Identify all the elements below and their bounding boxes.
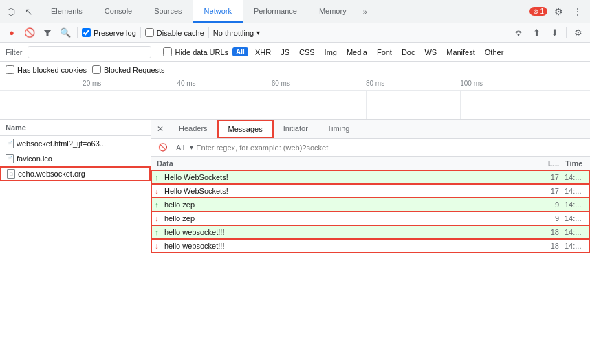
arrow-up-icon-0: ↑ <box>152 173 162 181</box>
has-blocked-cookies-checkbox[interactable] <box>6 65 14 74</box>
filter-doc[interactable]: Doc <box>399 47 418 58</box>
blocked-requests-checkbox[interactable] <box>92 65 101 74</box>
sub-tab-initiator[interactable]: Initiator <box>274 120 318 138</box>
timeline-grid-4 <box>366 91 367 119</box>
throttle-value: No throttling <box>213 29 254 37</box>
msg-row-5[interactable]: ↓ hello websocket!!! 18 14:... <box>151 239 590 253</box>
msg-len-4: 18 <box>540 228 562 236</box>
arrow-up-icon-4: ↑ <box>152 228 162 236</box>
msg-time-1: 14:... <box>562 187 589 195</box>
all-filter-badge[interactable]: All <box>232 47 248 56</box>
filter-label: Filter <box>6 48 22 56</box>
tab-console[interactable]: Console <box>94 0 143 23</box>
tab-network[interactable]: Network <box>193 0 243 23</box>
messages-panel: ✕ Headers Messages Initiator Timing 🚫 Al… <box>151 120 590 364</box>
disable-cache-checkbox[interactable] <box>145 28 154 37</box>
messages-table-header: Data L... Time <box>151 157 590 170</box>
separator-2 <box>140 27 141 38</box>
file-icon-websocket: 📄 <box>6 139 14 148</box>
msg-time-5: 14:... <box>562 242 589 250</box>
download-icon[interactable]: ⬇ <box>547 25 562 41</box>
msg-row-2[interactable]: ↑ hello zep 9 14:... <box>151 198 590 212</box>
blocked-requests-label[interactable]: Blocked Requests <box>92 65 165 74</box>
timeline-grid-1 <box>83 91 83 119</box>
record-button[interactable]: ● <box>4 25 19 41</box>
file-icon-favicon: 📄 <box>6 154 14 163</box>
msg-len-5: 18 <box>540 242 562 250</box>
disable-cache-label[interactable]: Disable cache <box>145 28 204 37</box>
sub-tab-headers[interactable]: Headers <box>169 120 217 138</box>
filter-button[interactable] <box>40 25 55 41</box>
file-icon-echo: □ <box>7 169 15 179</box>
stop-button[interactable]: 🚫 <box>22 25 37 41</box>
error-badge[interactable]: ⊗ 1 <box>529 7 547 16</box>
sub-tab-close[interactable]: ✕ <box>151 120 169 138</box>
tab-bar-right: ⊗ 1 ⚙ ⋮ <box>525 3 590 20</box>
hide-data-urls-checkbox[interactable] <box>163 47 172 56</box>
throttle-dropdown-icon[interactable]: ▾ <box>256 29 260 36</box>
file-item-favicon[interactable]: 📄 favicon.ico <box>0 151 151 166</box>
arrow-down-icon-5: ↓ <box>152 242 162 250</box>
msg-time-3: 14:... <box>562 214 589 223</box>
msg-data-4: hello websocket!!! <box>162 228 540 236</box>
svg-point-1 <box>518 34 519 35</box>
msg-row-3[interactable]: ↓ hello zep 9 14:... <box>151 212 590 225</box>
preserve-log-label[interactable]: Preserve log <box>82 28 136 37</box>
timeline-mark-60: 60 ms <box>272 80 290 87</box>
hide-data-urls-label[interactable]: Hide data URLs <box>163 47 228 56</box>
tab-memory[interactable]: Memory <box>308 0 358 23</box>
filter-font[interactable]: Font <box>374 47 395 58</box>
upload-icon[interactable]: ⬆ <box>529 25 544 41</box>
msg-filter-input[interactable] <box>196 144 586 152</box>
more-vert-icon[interactable]: ⋮ <box>569 3 586 20</box>
toolbar: ● 🚫 🔍 Preserve log Disable cache No thro… <box>0 23 590 43</box>
msg-data-2: hello zep <box>162 201 540 209</box>
settings-icon[interactable]: ⚙ <box>550 3 567 20</box>
devtools-icon[interactable]: ⬡ <box>3 3 19 20</box>
tab-elements[interactable]: Elements <box>40 0 94 23</box>
tab-more[interactable]: » <box>358 0 373 23</box>
msg-block-icon[interactable]: 🚫 <box>155 141 171 153</box>
preserve-log-checkbox[interactable] <box>82 28 91 37</box>
msg-row-0[interactable]: ↑ Hello WebSockets! 17 14:... <box>151 170 590 184</box>
timeline-grid-2 <box>177 91 177 119</box>
filter-js[interactable]: JS <box>278 47 292 58</box>
timeline-mark-100: 100 ms <box>460 80 483 87</box>
msg-data-0: Hello WebSockets! <box>162 173 540 181</box>
timeline: 20 ms 40 ms 60 ms 80 ms 100 ms <box>0 78 590 120</box>
file-item-echo[interactable]: □ echo.websocket.org <box>0 166 151 181</box>
has-blocked-cookies-label[interactable]: Has blocked cookies <box>6 65 87 74</box>
filter-xhr[interactable]: XHR <box>252 47 274 58</box>
timeline-grid-5 <box>460 91 461 119</box>
search-button[interactable]: 🔍 <box>58 25 73 41</box>
filter-img[interactable]: Img <box>322 47 340 58</box>
tab-sources[interactable]: Sources <box>143 0 193 23</box>
sub-tab-messages[interactable]: Messages <box>217 120 274 138</box>
msg-dropdown-icon[interactable]: ▾ <box>190 144 193 151</box>
filter-input[interactable] <box>28 46 151 58</box>
arrow-up-icon-2: ↑ <box>152 201 162 209</box>
network-settings-icon[interactable]: ⚙ <box>571 25 586 41</box>
inspect-icon[interactable]: ↖ <box>21 3 37 20</box>
msg-row-4[interactable]: ↑ hello websocket!!! 18 14:... <box>151 225 590 239</box>
filter-ws[interactable]: WS <box>422 47 439 58</box>
msg-all-label[interactable]: All <box>173 142 187 153</box>
tab-performance[interactable]: Performance <box>243 0 308 23</box>
sub-tab-timing[interactable]: Timing <box>318 120 360 138</box>
filter-manifest[interactable]: Manifest <box>444 47 478 58</box>
filter-media[interactable]: Media <box>344 47 370 58</box>
separator-3 <box>208 27 209 38</box>
tabs: Elements Console Sources Network Perform… <box>40 0 373 23</box>
msg-data-1: Hello WebSockets! <box>162 187 540 195</box>
sub-tabs: ✕ Headers Messages Initiator Timing <box>151 120 590 139</box>
filter-other[interactable]: Other <box>482 47 507 58</box>
msg-row-1[interactable]: ↓ Hello WebSockets! 17 14:... <box>151 184 590 198</box>
wifi-icon[interactable] <box>511 25 526 41</box>
timeline-mark-80: 80 ms <box>366 80 384 87</box>
arrow-down-icon-3: ↓ <box>152 214 162 223</box>
msg-filter-bar: 🚫 All ▾ <box>151 139 590 157</box>
col-data-header: Data <box>151 159 540 168</box>
msg-data-5: hello websocket!!! <box>162 242 540 250</box>
file-item-websocket[interactable]: 📄 websocket.html?_ijt=o63... <box>0 136 151 151</box>
filter-css[interactable]: CSS <box>296 47 318 58</box>
